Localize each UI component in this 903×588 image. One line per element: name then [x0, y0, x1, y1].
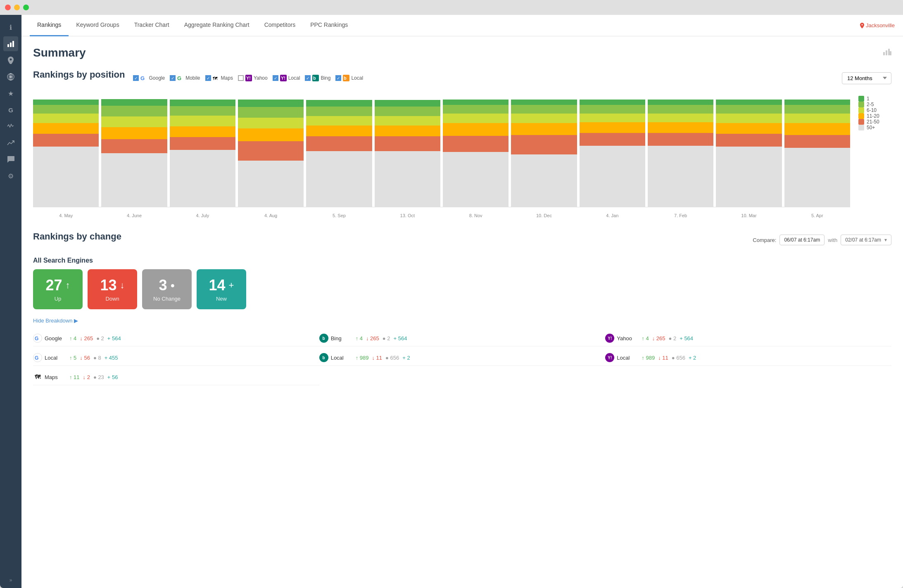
bar-segment: [580, 114, 645, 122]
bar[interactable]: [170, 100, 235, 207]
sidebar-item-info[interactable]: ℹ: [3, 20, 18, 35]
sidebar-item-google[interactable]: G: [3, 102, 18, 117]
bar-segment: [375, 126, 440, 136]
google-checkbox[interactable]: ✓: [133, 75, 139, 81]
bar-segment: [784, 100, 850, 105]
maximize-button[interactable]: [23, 5, 29, 10]
compare-label: Compare:: [753, 237, 776, 243]
bar-segment: [443, 105, 509, 114]
yahoo-engine-name: Y! Yahoo: [605, 334, 638, 343]
svg-text:Y!: Y!: [281, 76, 285, 81]
bar[interactable]: [784, 100, 850, 207]
bar[interactable]: [443, 100, 509, 207]
tab-rankings[interactable]: Rankings: [30, 15, 69, 36]
minimize-button[interactable]: [14, 5, 20, 10]
bar-group: [375, 92, 440, 207]
rankings-by-change-section: Rankings by change Compare: 06/07 at 6:1…: [33, 231, 891, 385]
filter-bing[interactable]: ✓ b Bing: [305, 75, 330, 81]
bar[interactable]: [580, 100, 645, 207]
filter-yahoo[interactable]: Y! Yahoo: [238, 75, 268, 81]
mobile-checkbox[interactable]: ✓: [170, 75, 176, 81]
filter-google[interactable]: ✓ G Google: [133, 75, 165, 81]
filter-maps[interactable]: ✓ 🗺 Maps: [205, 75, 233, 81]
bar[interactable]: [101, 99, 167, 207]
stat-card-nochange[interactable]: 3 ● No Change: [142, 269, 192, 309]
bar-segment: [306, 136, 372, 151]
stat-nochange-label: No Change: [153, 296, 181, 302]
svg-text:b: b: [344, 76, 347, 81]
bar-segment: [443, 114, 509, 123]
svg-rect-0: [7, 44, 9, 47]
yahoo-local-checkbox[interactable]: ✓: [273, 75, 278, 81]
filter-yahoo-local[interactable]: ✓ Y! Local: [273, 75, 300, 81]
filter-mobile[interactable]: ✓ G Mobile: [170, 75, 200, 81]
tab-ppc-rankings[interactable]: PPC Rankings: [303, 15, 355, 36]
filter-bing-local[interactable]: ✓ b Local: [335, 75, 363, 81]
bar-month-label: 7. Feb: [648, 211, 713, 218]
bing-local-checkbox[interactable]: ✓: [335, 75, 341, 81]
sidebar-item-network[interactable]: [3, 69, 18, 84]
sidebar-item-trend[interactable]: [3, 135, 18, 150]
bar-segment: [580, 100, 645, 105]
svg-rect-9: [888, 49, 890, 55]
bar-segment: [580, 105, 645, 114]
bar[interactable]: [716, 100, 782, 207]
sidebar-item-settings[interactable]: ⚙: [3, 168, 18, 183]
up-arrow-icon: ↑: [66, 280, 70, 291]
sidebar-item-activity[interactable]: [3, 119, 18, 134]
bar-segment: [238, 100, 304, 107]
google-local-up: ↑ 5: [69, 355, 76, 361]
legend-21-50: 21-50: [858, 119, 891, 125]
bar[interactable]: [306, 100, 372, 207]
sidebar-item-location[interactable]: [3, 53, 18, 68]
stat-card-down[interactable]: 13 ↓ Down: [88, 269, 137, 309]
bar-segment: [238, 128, 304, 141]
legend-color-21-50: [858, 119, 864, 125]
bar[interactable]: [33, 100, 99, 207]
stat-card-new[interactable]: 14 + New: [197, 269, 246, 309]
bar-group: [101, 92, 167, 207]
hide-breakdown-button[interactable]: Hide Breakdown ▶: [33, 318, 891, 324]
legend-color-6-10: [858, 107, 864, 113]
period-dropdown[interactable]: 12 Months 6 Months 3 Months: [842, 72, 891, 84]
maps-checkbox[interactable]: ✓: [205, 75, 211, 81]
sidebar-item-chart[interactable]: [3, 36, 18, 51]
yahoo-checkbox[interactable]: [238, 75, 244, 81]
legend-label-50plus: 50+: [867, 125, 875, 130]
engine-row-yahoo: Y! Yahoo ↑ 4 ↓ 265 ● 2 + 564: [605, 330, 891, 346]
tab-competitors[interactable]: Competitors: [257, 15, 303, 36]
legend-label-2-5: 2-5: [867, 102, 874, 107]
close-button[interactable]: [5, 5, 11, 10]
bing-checkbox[interactable]: ✓: [305, 75, 311, 81]
tab-keyword-groups[interactable]: Keyword Groups: [69, 15, 126, 36]
bing-down: ↓ 265: [366, 335, 379, 341]
sidebar-item-star[interactable]: ★: [3, 86, 18, 101]
bar-segment: [375, 151, 440, 207]
bar[interactable]: [375, 100, 440, 207]
bar[interactable]: [511, 100, 577, 207]
compare-to-date[interactable]: 02/07 at 6:17am ▾: [841, 235, 891, 245]
stat-card-up[interactable]: 27 ↑ Up: [33, 269, 83, 309]
bar[interactable]: [238, 100, 304, 207]
bar-segment: [375, 136, 440, 151]
tab-tracker-chart[interactable]: Tracker Chart: [127, 15, 177, 36]
google-local-down: ↓ 56: [80, 355, 90, 361]
svg-rect-8: [886, 50, 887, 55]
compare-dropdown-arrow: ▾: [884, 237, 887, 243]
sidebar-more[interactable]: »: [10, 577, 12, 583]
bar-segment: [511, 135, 577, 154]
bing-local-new: + 2: [402, 355, 410, 361]
filter-bar: ✓ G Google ✓ G Mobile ✓ 🗺: [133, 72, 891, 84]
tab-aggregate-ranking-chart[interactable]: Aggregate Ranking Chart: [177, 15, 257, 36]
compare-from-date[interactable]: 06/07 at 6:17am: [779, 235, 825, 245]
bar-group: [716, 92, 782, 207]
bar-group: [648, 92, 713, 207]
bar-segment: [33, 100, 99, 105]
new-icon: +: [229, 280, 234, 291]
bar-segment: [33, 134, 99, 147]
sidebar-item-comment[interactable]: [3, 152, 18, 167]
bar[interactable]: [648, 100, 713, 207]
bar-segment: [716, 147, 782, 207]
svg-rect-7: [883, 52, 885, 55]
bing-local-engine-icon: b: [319, 353, 328, 362]
